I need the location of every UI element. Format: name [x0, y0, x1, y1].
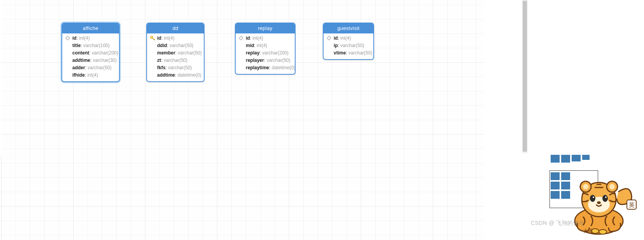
- minimap-panel[interactable]: [549, 154, 598, 213]
- table-header[interactable]: affiche: [62, 23, 119, 33]
- column-name: ddid: [157, 43, 167, 48]
- column-name: replaytime: [246, 65, 269, 70]
- table-body: id: int(4)mid: int(4)replay: varchar(200…: [236, 33, 295, 74]
- column-row[interactable]: replay: varchar(200): [246, 49, 291, 57]
- column-type: varchar(200): [92, 50, 118, 56]
- column-row[interactable]: addtime: varchar(30): [72, 57, 115, 64]
- svg-rect-14: [627, 200, 636, 209]
- table-body: id: int(4)ip: varchar(50)vtime: varchar(…: [324, 33, 373, 59]
- column-name: id: [246, 35, 250, 41]
- minimap-block: [561, 182, 570, 189]
- primary-key-icon: [150, 35, 155, 41]
- svg-point-5: [607, 181, 618, 192]
- svg-point-10: [602, 195, 608, 202]
- column-name: zt: [157, 58, 161, 63]
- minimap-block: [551, 172, 560, 180]
- column-row[interactable]: addtime: datetime(0): [157, 72, 200, 79]
- table-body: id: int(4)ddid: varchar(50)member: varch…: [147, 33, 204, 81]
- svg-point-7: [609, 184, 615, 189]
- column-type: int(4): [257, 43, 267, 48]
- column-name: id: [72, 35, 77, 41]
- table-card-guestvisit[interactable]: guestvisitid: int(4)ip: varchar(50)vtime…: [323, 23, 374, 60]
- minimap-block: [551, 191, 560, 199]
- column-row[interactable]: member: varchar(50): [157, 49, 200, 57]
- diagram-canvas[interactable]: afficheid: int(4)title: varchar(100)cont…: [0, 0, 484, 240]
- column-separator: :: [175, 72, 178, 78]
- column-name: content: [72, 50, 89, 56]
- column-type: varchar(100): [83, 43, 110, 48]
- table-card-affiche[interactable]: afficheid: int(4)title: varchar(100)cont…: [61, 23, 120, 82]
- watermark-text: CSDN @ 飞翔的佩奇: [531, 220, 584, 227]
- column-type: int(4): [164, 35, 174, 41]
- column-row[interactable]: ip: varchar(50): [334, 42, 369, 49]
- column-name: addtime: [72, 58, 90, 63]
- column-separator: :: [89, 50, 92, 56]
- column-name: id: [334, 35, 338, 41]
- column-type: varchar(50): [266, 58, 290, 63]
- column-row[interactable]: ifhide: int(4): [72, 72, 115, 79]
- column-name: adder: [72, 65, 85, 70]
- minimap-block: [572, 155, 581, 161]
- column-row[interactable]: id: int(4): [246, 35, 291, 42]
- column-name: id: [157, 35, 161, 41]
- table-card-replay[interactable]: replayid: int(4)mid: int(4)replay: varch…: [235, 23, 296, 75]
- column-type: int(4): [252, 35, 263, 41]
- column-type: varchar(30): [93, 58, 117, 63]
- column-type: varchar(50): [178, 50, 201, 56]
- svg-point-16: [591, 229, 599, 233]
- column-type: datetime(0): [272, 65, 296, 70]
- column-name: mid: [246, 43, 254, 48]
- column-separator: :: [165, 65, 168, 70]
- column-type: varchar(50): [348, 50, 372, 56]
- column-separator: :: [161, 58, 164, 63]
- column-name: title: [72, 43, 80, 48]
- vertical-scrollbar-thumb[interactable]: [523, 1, 527, 152]
- column-row[interactable]: title: varchar(100): [72, 42, 115, 49]
- left-gutter: [0, 0, 2, 156]
- index-diamond-icon: [326, 35, 332, 41]
- table-header[interactable]: replay: [236, 23, 295, 33]
- column-row[interactable]: id: int(4): [72, 35, 115, 42]
- table-header[interactable]: dd: [147, 23, 204, 33]
- column-name: member: [157, 50, 175, 56]
- column-name: fkfs: [157, 65, 165, 70]
- index-diamond-icon: [238, 35, 244, 41]
- minimap-block: [561, 172, 570, 180]
- svg-text:大吉: 大吉: [583, 228, 593, 234]
- column-row[interactable]: zt: varchar(50): [157, 57, 200, 64]
- column-type: int(4): [79, 35, 89, 41]
- vertical-scrollbar-track[interactable]: [522, 0, 528, 153]
- column-type: varchar(50): [170, 43, 193, 48]
- column-name: addtime: [157, 72, 175, 78]
- minimap-block: [551, 155, 560, 163]
- column-row[interactable]: fkfs: varchar(50): [157, 64, 200, 72]
- column-separator: :: [167, 43, 170, 48]
- svg-point-17: [599, 229, 607, 234]
- column-separator: :: [254, 43, 257, 48]
- column-name: ifhide: [72, 72, 85, 78]
- column-row[interactable]: id: int(4): [157, 35, 200, 42]
- table-body: id: int(4)title: varchar(100)content: va…: [62, 33, 119, 81]
- column-row[interactable]: replaytime: datetime(0): [246, 64, 291, 72]
- column-type: int(4): [340, 35, 351, 41]
- table-card-dd[interactable]: ddid: int(4)ddid: varchar(50)member: var…: [146, 23, 205, 82]
- svg-point-12: [605, 196, 607, 198]
- column-row[interactable]: id: int(4): [334, 35, 369, 42]
- table-header[interactable]: guestvisit: [324, 23, 373, 33]
- column-name: replay: [246, 50, 259, 56]
- minimap-block: [561, 155, 570, 163]
- svg-text:英: 英: [629, 201, 635, 208]
- column-row[interactable]: content: varchar(200): [72, 49, 115, 57]
- index-diamond-icon: [65, 35, 70, 41]
- column-separator: :: [80, 43, 83, 48]
- column-row[interactable]: adder: varchar(50): [72, 64, 115, 72]
- column-row[interactable]: replayer: varchar(50): [246, 57, 291, 64]
- column-row[interactable]: mid: int(4): [246, 42, 291, 49]
- column-separator: :: [269, 65, 272, 70]
- column-name: ip: [334, 43, 338, 48]
- column-row[interactable]: ddid: varchar(50): [157, 42, 200, 49]
- column-type: varchar(50): [340, 43, 364, 48]
- minimap-block: [561, 191, 570, 199]
- svg-point-1: [151, 37, 152, 38]
- column-row[interactable]: vtime: varchar(50): [334, 49, 369, 57]
